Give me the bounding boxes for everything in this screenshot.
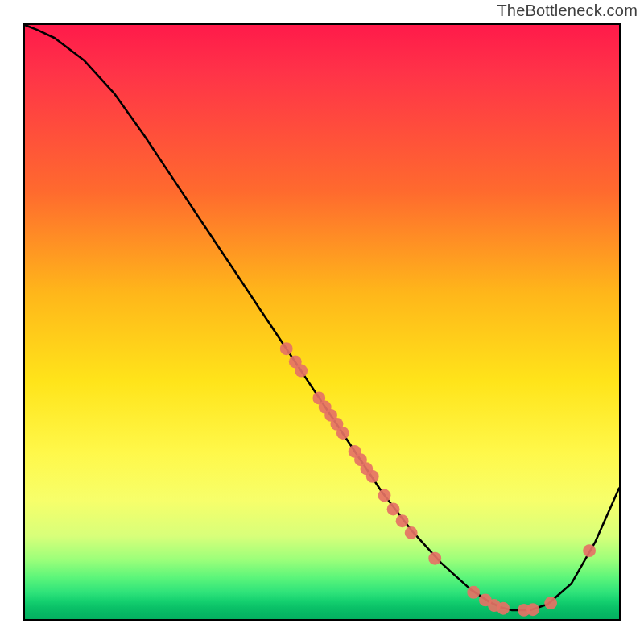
chart-container: TheBottleneck.com: [0, 0, 644, 644]
data-marker: [295, 365, 308, 378]
data-marker: [497, 602, 510, 615]
data-marker: [396, 514, 409, 527]
data-marker: [405, 526, 418, 539]
data-marker: [467, 586, 480, 599]
bottleneck-curve: [25, 25, 619, 610]
watermark-text: TheBottleneck.com: [497, 2, 638, 20]
markers-group: [280, 342, 596, 617]
chart-svg: [25, 25, 619, 619]
data-marker: [378, 489, 391, 502]
plot-area: [23, 23, 621, 621]
data-marker: [366, 470, 379, 483]
data-marker: [428, 552, 441, 565]
data-marker: [583, 544, 596, 557]
data-marker: [280, 342, 293, 355]
data-marker: [526, 603, 539, 616]
data-marker: [544, 597, 557, 609]
data-marker: [336, 427, 349, 440]
data-marker: [387, 503, 400, 516]
